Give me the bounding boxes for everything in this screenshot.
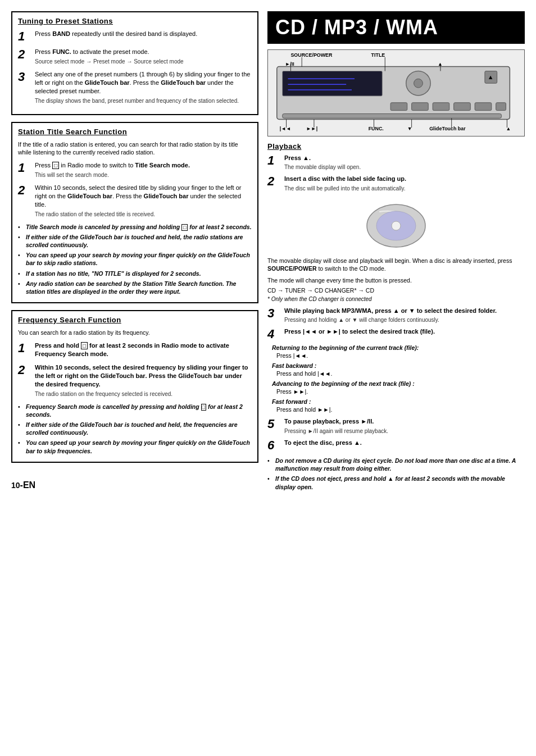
device-image: SOURCE/POWER TITLE ►/II ▲ xyxy=(267,49,525,136)
step-text: Press FUNC. to activate the preset mode.… xyxy=(35,48,252,65)
svg-rect-9 xyxy=(433,103,449,111)
next-track-text: Press ►►|. xyxy=(276,388,525,395)
cd-svg xyxy=(362,201,430,251)
playback-title: Playback xyxy=(267,142,525,151)
cd-mp3-wma-title: CD / MP3 / WMA xyxy=(267,11,525,44)
step-number: 4 xyxy=(267,327,281,341)
step-text: Within 10 seconds, select the desired fr… xyxy=(35,363,252,398)
glidetouch-ref: GlideTouch bar xyxy=(161,79,206,86)
play-pause-label: ►/II xyxy=(285,61,294,67)
frequency-bullets: Frequency Search mode is cancelled by pr… xyxy=(18,403,252,455)
station-intro: If the title of a radio station is enter… xyxy=(18,140,252,157)
frequency-step-2: 2 Within 10 seconds, select the desired … xyxy=(18,363,252,398)
radio-icon: □ xyxy=(52,162,59,169)
step-number: 1 xyxy=(18,341,31,355)
station-step-1: 1 Press □ in Radio mode to switch to Tit… xyxy=(18,161,252,179)
svg-rect-13 xyxy=(283,114,502,119)
svg-text:▲: ▲ xyxy=(488,74,494,80)
playback-step-2: 2 Insert a disc with the label side faci… xyxy=(267,175,525,192)
band-label: BAND xyxy=(52,30,70,37)
step-number: 2 xyxy=(18,184,31,197)
bullet-item: Frequency Search mode is cancelled by pr… xyxy=(18,403,252,418)
step-text: To pause playback, press ►/II. Pressing … xyxy=(284,417,525,435)
asterisk-note: * Only when the CD changer is connected xyxy=(267,296,525,302)
station-bullets: Title Search mode is canceled by pressin… xyxy=(18,223,252,295)
step-text: Press and hold □ for at least 2 seconds … xyxy=(35,341,252,359)
func-label: FUNC. xyxy=(369,126,384,131)
step-number: 1 xyxy=(18,30,31,43)
sub-section-next-track: Advancing to the beginning of the next t… xyxy=(272,380,525,395)
return-begin-label: Returning to the beginning of the curren… xyxy=(272,344,525,351)
step-text: Press ▲. The movable display will open. xyxy=(284,154,525,171)
tuning-step-1: 1 Press BAND repeatedly until the desire… xyxy=(18,30,252,43)
tuning-step-2: 2 Press FUNC. to activate the preset mod… xyxy=(18,48,252,65)
step-number: 1 xyxy=(267,154,281,167)
svg-point-6 xyxy=(414,79,423,88)
next-track-label: Advancing to the beginning of the next t… xyxy=(272,380,525,387)
bullet-item: Any radio station can be searched by the… xyxy=(18,280,252,295)
fast-backward-label: Fast backward : xyxy=(272,362,525,369)
glidetouch-ref: GlideTouch bar xyxy=(144,193,189,199)
step-number: 2 xyxy=(267,175,281,188)
step-number: 3 xyxy=(267,307,281,320)
playback-section: Playback 1 Press ▲. The movable display … xyxy=(267,142,525,491)
glidetouch-ref: GlideTouch bar xyxy=(67,193,112,199)
step-text: Press □ in Radio mode to switch to Title… xyxy=(35,161,252,179)
up-arrow-label: ▲ xyxy=(438,61,443,67)
playback-step-5: 5 To pause playback, press ►/II. Pressin… xyxy=(267,417,525,435)
left-column: Tuning to Preset Stations 1 Press BAND r… xyxy=(11,11,258,493)
fast-backward-text: Press and hold |◄◄. xyxy=(276,370,525,377)
step-text: While playing back MP3/WMA, press ▲ or ▼… xyxy=(284,307,525,324)
frequency-intro: You can search for a radio station by it… xyxy=(18,329,252,337)
page-num-text: 10 xyxy=(11,481,20,490)
fast-forward-text: Press and hold ►►|. xyxy=(276,406,525,413)
step-number: 2 xyxy=(18,363,31,377)
fast-forward-label: Fast forward : xyxy=(272,398,525,405)
cd-image-area xyxy=(267,201,525,251)
bullet-item: Title Search mode is canceled by pressin… xyxy=(18,223,252,231)
step-note: The movable display will open. xyxy=(284,163,525,171)
func-label: FUNC. xyxy=(52,48,71,55)
frequency-title: Frequency Search Function xyxy=(18,316,252,324)
bullet-item: If either side of the GlideTouch bar is … xyxy=(18,233,252,249)
return-begin-text: Press |◄◄. xyxy=(276,352,525,359)
svg-rect-12 xyxy=(496,103,506,111)
step-text: Press |◄◄ or ►►| to select the desired t… xyxy=(284,327,525,336)
step-text: To eject the disc, press ▲. xyxy=(284,439,525,447)
glidetouch-ref: GlideTouch bar xyxy=(178,372,223,379)
step-number: 6 xyxy=(267,439,281,452)
svg-rect-11 xyxy=(475,103,492,111)
station-title: Station Title Search Function xyxy=(18,127,252,136)
device-svg: SOURCE/POWER TITLE ►/II ▲ xyxy=(268,50,524,136)
step-note: Pressing ►/II again will resume playback… xyxy=(284,427,525,435)
right-column: CD / MP3 / WMA SOURCE/POWER TITLE ►/II ▲ xyxy=(267,11,525,493)
source-power-label: SOURCE/POWER xyxy=(290,52,333,58)
skip-back-label: |◄◄ xyxy=(280,126,291,131)
down-arrow-label: ▼ xyxy=(407,126,412,131)
bullet-item: If either side of the GlideTouch bar is … xyxy=(18,421,252,436)
bullet-item: If the CD does not eject, press and hold… xyxy=(267,475,525,490)
page-number: 10-EN xyxy=(11,474,258,492)
radio-icon: □ xyxy=(81,342,88,349)
svg-rect-8 xyxy=(412,103,429,111)
step-text: Press BAND repeatedly until the desired … xyxy=(35,30,252,38)
svg-rect-1 xyxy=(283,71,383,96)
playback-step-1: 1 Press ▲. The movable display will open… xyxy=(267,154,525,171)
step-text: Insert a disc with the label side facing… xyxy=(284,175,525,192)
step-number: 1 xyxy=(18,161,31,175)
bullet-item: If a station has no title, "NO TITLE" is… xyxy=(18,270,252,277)
sub-section-fast-back: Fast backward : Press and hold |◄◄. xyxy=(272,362,525,377)
bullet-item: Do not remove a CD during its eject cycl… xyxy=(267,457,525,472)
svg-rect-10 xyxy=(454,103,471,111)
step-number: 5 xyxy=(267,417,281,431)
cd-text-block: The movable display will close and playb… xyxy=(267,257,525,273)
sub-section-return: Returning to the beginning of the curren… xyxy=(272,344,525,359)
step-note: Pressing and holding ▲ or ▼ will change … xyxy=(284,316,525,324)
tuning-section: Tuning to Preset Stations 1 Press BAND r… xyxy=(11,11,258,115)
page-suffix: -EN xyxy=(20,480,36,490)
step-number: 2 xyxy=(18,48,31,61)
glidetouch-label: GlideTouch bar xyxy=(429,126,466,131)
step-note: The radio station of the selected title … xyxy=(35,211,252,218)
station-step-2: 2 Within 10 seconds, select the desired … xyxy=(18,184,252,218)
mode-change-text: The mode will change every time the butt… xyxy=(267,276,525,285)
